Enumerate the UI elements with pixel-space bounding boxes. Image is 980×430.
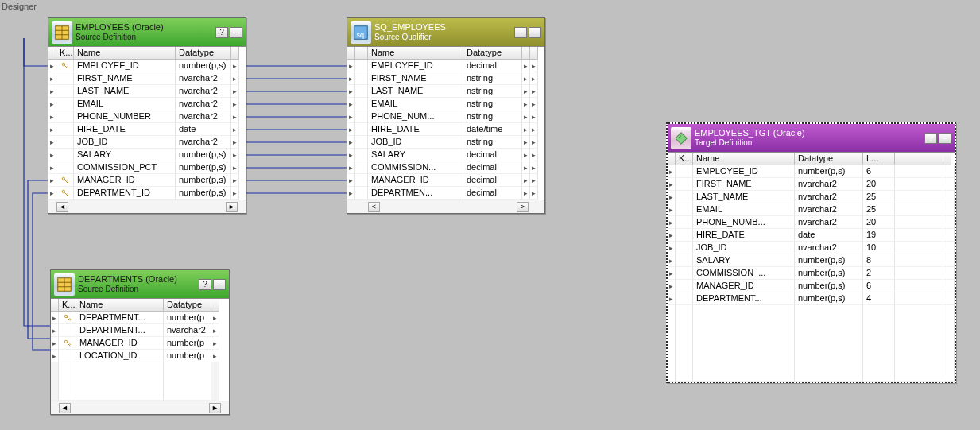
port-handle[interactable]: ▸ xyxy=(347,149,355,161)
port-handle[interactable]: ▸ xyxy=(530,149,538,161)
minimize-button[interactable]: – xyxy=(213,279,226,290)
col-key[interactable]: K... xyxy=(56,47,74,60)
port-handle[interactable]: ▸ xyxy=(231,85,239,98)
port-handle[interactable]: ▸ xyxy=(530,174,538,187)
port-handle[interactable]: ▸ xyxy=(668,229,676,242)
port-handle[interactable]: ▸ xyxy=(530,136,538,149)
table-row[interactable]: ▸PHONE_NUMB...nvarchar220 xyxy=(668,216,955,229)
col-name[interactable]: Name xyxy=(368,47,463,60)
port-handle[interactable]: ▸ xyxy=(211,312,219,324)
table-row[interactable]: ▸JOB_IDnstring▸▸ xyxy=(347,136,544,149)
port-handle[interactable]: ▸ xyxy=(530,85,538,98)
target-pane[interactable]: EMPLOYEES_TGT (Oracle) Target Definition… xyxy=(666,122,956,383)
col-type[interactable]: Datatype xyxy=(463,47,522,60)
table-row[interactable]: ▸FIRST_NAMEnvarchar220 xyxy=(668,178,955,191)
table-row[interactable]: ▸LAST_NAMEnvarchar225 xyxy=(668,191,955,203)
port-handle[interactable]: ▸ xyxy=(530,98,538,110)
minimize-button[interactable]: – xyxy=(529,27,541,38)
table-row[interactable]: ▸DEPARTMENT...number(p▸ xyxy=(51,312,229,324)
scroll-right-button[interactable]: ► xyxy=(209,403,221,413)
port-handle[interactable]: ▸ xyxy=(522,72,530,85)
port-handle[interactable]: ▸ xyxy=(668,242,676,254)
port-handle[interactable]: ▸ xyxy=(211,337,219,350)
port-handle[interactable]: ▸ xyxy=(48,85,56,98)
help-button[interactable]: ? xyxy=(514,27,527,38)
col-len[interactable]: L... xyxy=(863,153,895,165)
port-handle[interactable]: ▸ xyxy=(347,110,355,123)
port-handle[interactable]: ▸ xyxy=(211,350,219,362)
port-handle[interactable]: ▸ xyxy=(522,161,530,174)
help-button[interactable]: ? xyxy=(199,279,211,290)
port-handle[interactable]: ▸ xyxy=(51,350,59,362)
help-button[interactable]: ? xyxy=(215,27,228,38)
table-row[interactable]: ▸EMAILnvarchar2▸ xyxy=(48,98,246,110)
table-row[interactable]: ▸FIRST_NAMEnstring▸▸ xyxy=(347,72,544,85)
port-handle[interactable]: ▸ xyxy=(231,174,239,187)
col-key[interactable]: K... xyxy=(676,153,693,165)
table-row[interactable]: ▸EMPLOYEE_IDdecimal▸▸ xyxy=(347,60,544,72)
table-row[interactable]: ▸HIRE_DATEdate19 xyxy=(668,229,955,242)
table-row[interactable]: ▸HIRE_DATEdate▸ xyxy=(48,123,246,136)
departments-titlebar[interactable]: DEPARTMENTS (Oracle) Source Definition ?… xyxy=(51,270,229,299)
port-handle[interactable]: ▸ xyxy=(522,174,530,187)
port-handle[interactable]: ▸ xyxy=(668,267,676,280)
port-handle[interactable]: ▸ xyxy=(347,85,355,98)
table-row[interactable]: ▸MANAGER_IDdecimal▸▸ xyxy=(347,174,544,187)
table-row[interactable]: ▸EMAILnstring▸▸ xyxy=(347,98,544,110)
port-handle[interactable]: ▸ xyxy=(211,324,219,337)
col-name[interactable]: Name xyxy=(76,299,164,312)
port-handle[interactable]: ▸ xyxy=(522,187,530,200)
table-row[interactable]: ▸LAST_NAMEnvarchar2▸ xyxy=(48,85,246,98)
col-type[interactable]: Datatype xyxy=(795,153,863,165)
port-handle[interactable]: ▸ xyxy=(347,136,355,149)
target-titlebar[interactable]: EMPLOYEES_TGT (Oracle) Target Definition… xyxy=(668,124,955,153)
table-row[interactable]: ▸JOB_IDnvarchar2▸ xyxy=(48,136,246,149)
minimize-button[interactable]: – xyxy=(939,133,951,144)
port-handle[interactable]: ▸ xyxy=(522,149,530,161)
table-row[interactable]: ▸COMMISSION_PCTnumber(p,s)▸ xyxy=(48,161,246,174)
col-type[interactable]: Datatype xyxy=(176,47,231,60)
table-row[interactable]: ▸EMPLOYEE_IDnumber(p,s)6 xyxy=(668,165,955,178)
port-handle[interactable]: ▸ xyxy=(668,203,676,216)
port-handle[interactable]: ▸ xyxy=(231,136,239,149)
port-handle[interactable]: ▸ xyxy=(48,174,56,187)
col-name[interactable]: Name xyxy=(693,153,795,165)
scroll-right-button[interactable]: > xyxy=(517,202,529,212)
col-key[interactable]: K... xyxy=(59,299,76,312)
port-handle[interactable]: ▸ xyxy=(530,123,538,136)
port-handle[interactable]: ▸ xyxy=(522,110,530,123)
employees-pane[interactable]: EMPLOYEES (Oracle) Source Definition ? –… xyxy=(48,17,246,214)
scroll-right-button[interactable]: ► xyxy=(226,202,238,212)
port-handle[interactable]: ▸ xyxy=(48,161,56,174)
port-handle[interactable]: ▸ xyxy=(48,136,56,149)
port-handle[interactable]: ▸ xyxy=(231,161,239,174)
port-handle[interactable]: ▸ xyxy=(522,136,530,149)
scroll-left-button[interactable]: ◄ xyxy=(56,202,68,212)
table-row[interactable]: ▸FIRST_NAMEnvarchar2▸ xyxy=(48,72,246,85)
table-row[interactable]: ▸PHONE_NUMBERnvarchar2▸ xyxy=(48,110,246,123)
port-handle[interactable]: ▸ xyxy=(522,85,530,98)
port-handle[interactable]: ▸ xyxy=(530,187,538,200)
col-type[interactable]: Datatype xyxy=(164,299,211,312)
sq-employees-pane[interactable]: sq SQ_EMPLOYEES Source Qualifier ? – Nam… xyxy=(347,17,545,214)
port-handle[interactable]: ▸ xyxy=(48,123,56,136)
port-handle[interactable]: ▸ xyxy=(668,178,676,191)
table-row[interactable]: ▸MANAGER_IDnumber(p,s)▸ xyxy=(48,174,246,187)
table-row[interactable]: ▸EMAILnvarchar225 xyxy=(668,203,955,216)
table-row[interactable]: ▸DEPARTMEN...decimal▸▸ xyxy=(347,187,544,200)
table-row[interactable]: ▸JOB_IDnvarchar210 xyxy=(668,242,955,254)
port-handle[interactable]: ▸ xyxy=(231,123,239,136)
table-row[interactable]: ▸MANAGER_IDnumber(p▸ xyxy=(51,337,229,350)
port-handle[interactable]: ▸ xyxy=(231,60,239,72)
table-row[interactable]: ▸SALARYnumber(p,s)▸ xyxy=(48,149,246,161)
port-handle[interactable]: ▸ xyxy=(231,72,239,85)
port-handle[interactable]: ▸ xyxy=(347,98,355,110)
port-handle[interactable]: ▸ xyxy=(48,110,56,123)
port-handle[interactable]: ▸ xyxy=(668,254,676,267)
port-handle[interactable]: ▸ xyxy=(51,324,59,337)
port-handle[interactable]: ▸ xyxy=(668,191,676,203)
port-handle[interactable]: ▸ xyxy=(231,187,239,200)
port-handle[interactable]: ▸ xyxy=(347,72,355,85)
port-handle[interactable]: ▸ xyxy=(347,123,355,136)
port-handle[interactable]: ▸ xyxy=(347,187,355,200)
